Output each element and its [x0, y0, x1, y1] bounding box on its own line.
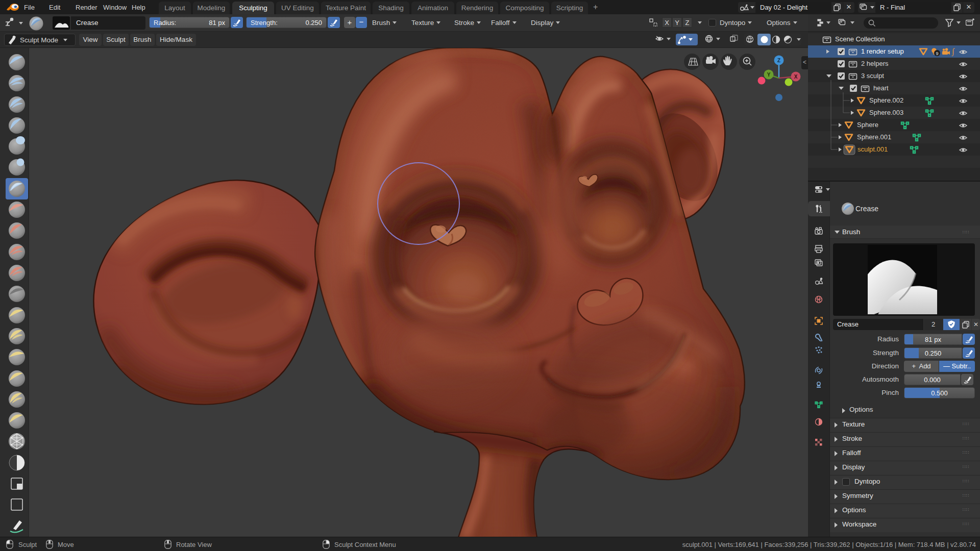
svg-text:∫: ∫	[951, 47, 955, 57]
svg-text:9: 9	[936, 51, 938, 56]
svg-text:X: X	[794, 74, 798, 80]
svg-text:Z: Z	[777, 58, 780, 63]
svg-text:Y: Y	[767, 72, 771, 78]
